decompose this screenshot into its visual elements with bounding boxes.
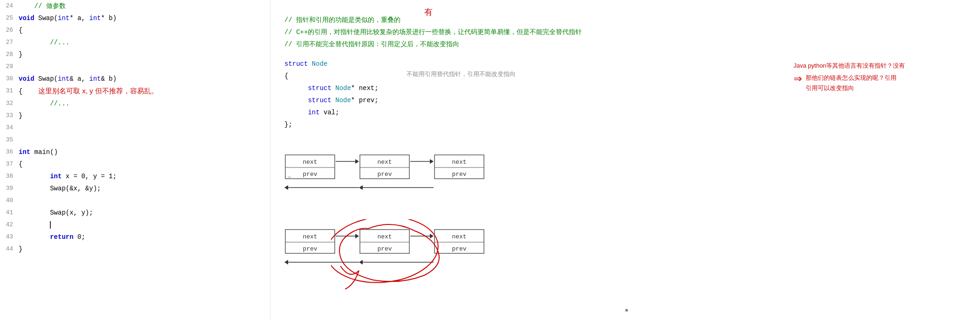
svg-text:next: next: [452, 159, 466, 166]
struct-line-3: struct Node* next;: [284, 82, 379, 94]
node1-box: next prev ✏: [284, 154, 336, 180]
code-line-35: 35: [0, 134, 270, 146]
code-line-32: 32 //...: [0, 98, 270, 110]
struct-line-4: struct Node* prev;: [284, 94, 379, 106]
code-line-41: 41 Swap(x, y);: [0, 207, 270, 219]
svg-marker-20: [359, 185, 363, 190]
prev-arrows-diagram1: [284, 181, 522, 195]
code-line-28: 28 }: [0, 49, 270, 61]
annotation-you: 有: [424, 7, 433, 18]
struct-line-1: struct Node: [284, 58, 379, 70]
comments-block: // 指针和引用的功能是类似的，重叠的 // C++的引用，对指针使用比较复杂的…: [284, 14, 966, 50]
code-line-33: 33 }: [0, 110, 270, 122]
struct-line-6: };: [284, 119, 379, 131]
struct-line-2: {: [284, 70, 379, 82]
diagram-2: next prev next prev: [284, 229, 522, 269]
svg-text:next: next: [303, 233, 317, 240]
code-line-24: 24 // 做参数: [0, 0, 270, 12]
svg-text:prev: prev: [377, 171, 392, 178]
code-line-44: 44 }: [0, 243, 270, 255]
svg-text:prev: prev: [303, 171, 317, 178]
side-note-line-2: 那他们的链表怎么实现的呢？引用: [806, 73, 897, 83]
code-line-38: 38 int x = 0, y = 1;: [0, 170, 270, 182]
diagram-1: next prev ✏ next prev: [284, 154, 522, 195]
struct-annotation: 不能用引用替代指针，引用不能改变指向: [407, 70, 516, 78]
code-line-27: 27 //...: [0, 36, 270, 49]
code-line-39: 39 Swap(&x, &y);: [0, 182, 270, 195]
svg-text:next: next: [303, 159, 317, 166]
side-note-line-3: 引用可以改变指向: [806, 83, 897, 93]
struct-line-5: int val;: [284, 106, 379, 119]
svg-point-41: [331, 219, 441, 287]
code-line-29: 29: [0, 61, 270, 73]
d2-node1-box: next prev: [284, 229, 336, 254]
red-scribble: [331, 219, 471, 289]
code-line-25: 25 void Swap(int* a, int* b): [0, 12, 270, 24]
right-panel-notes: 有 // 指针和引用的功能是类似的，重叠的 // C++的引用，对指针使用比较复…: [270, 0, 980, 321]
svg-marker-38: [284, 260, 288, 265]
code-line-26: 26 {: [0, 24, 270, 36]
code-line-37: 37 {: [0, 158, 270, 170]
svg-text:next: next: [377, 159, 392, 166]
svg-marker-12: [430, 159, 434, 164]
code-line-36: 36 int main(): [0, 146, 270, 158]
code-line-30: 30 void Swap(int& a, int& b): [0, 73, 270, 85]
side-note-line-1: Java python等其他语言有没有指针？没有: [794, 61, 971, 71]
node2-box: next prev: [359, 154, 410, 180]
comment-line-2: // C++的引用，对指针使用比较复杂的场景进行一些替换，让代码更简单易懂，但是…: [284, 26, 966, 38]
node3-box: next prev: [434, 154, 485, 180]
svg-marker-18: [284, 185, 288, 190]
bottom-dot: [625, 309, 628, 312]
arrow-right-icon: ⇒: [794, 74, 802, 84]
code-line-42: 42: [0, 219, 270, 231]
code-line-40: 40: [0, 195, 270, 207]
svg-marker-6: [355, 159, 359, 164]
code-editor-left: 24 // 做参数 25 void Swap(int* a, int* b) 2…: [0, 0, 270, 321]
annotation-alias: 这里别名可取 x, y 但不推荐，容易乱。: [38, 87, 158, 95]
arrow-2-3-next: [410, 154, 434, 180]
comment-line-3: // 引用不能完全替代指针原因：引用定义后，不能改变指向: [284, 38, 966, 50]
side-note: Java python等其他语言有没有指针？没有 ⇒ 那他们的链表怎么实现的呢？…: [794, 61, 971, 93]
svg-text:prev: prev: [452, 171, 466, 178]
code-line-43: 43 return 0;: [0, 231, 270, 243]
svg-text:prev: prev: [303, 245, 317, 252]
svg-text:✏: ✏: [288, 174, 291, 180]
comment-line-1: // 指针和引用的功能是类似的，重叠的: [284, 14, 966, 26]
code-line-31: 31 { 这里别名可取 x, y 但不推荐，容易乱。: [0, 85, 270, 98]
code-line-34: 34: [0, 122, 270, 134]
arrow-1-2-next: [336, 154, 359, 180]
